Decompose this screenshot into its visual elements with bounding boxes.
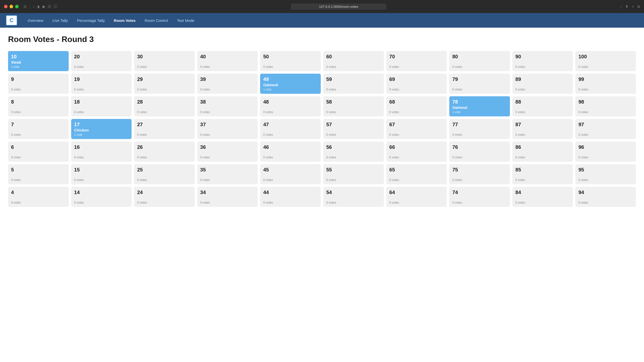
card-votes: 0 votes <box>11 88 66 91</box>
card-votes: 0 votes <box>137 178 192 182</box>
card-votes: 0 votes <box>74 110 129 114</box>
card-number: 46 <box>263 144 318 150</box>
card-number: 27 <box>137 121 192 127</box>
address-bar[interactable]: 127.0.0.1:5000/room-votes <box>291 4 386 10</box>
card-votes: 0 votes <box>452 65 507 69</box>
card-number: 70 <box>389 54 444 60</box>
card-number: 29 <box>137 76 192 82</box>
download-icon[interactable]: ↓ <box>620 5 622 9</box>
votes-grid: 10Steak1 vote200 votes300 votes400 votes… <box>8 51 636 207</box>
card-number: 77 <box>452 121 507 127</box>
nav-room-control[interactable]: Room Control <box>140 16 173 25</box>
card-number: 25 <box>137 167 192 173</box>
vote-card: 190 votes <box>71 74 132 94</box>
code-icon: ⟨/⟩ <box>48 5 51 9</box>
card-number: 10 <box>11 54 66 60</box>
card-number: 100 <box>578 54 633 60</box>
card-number: 30 <box>137 54 192 60</box>
card-number: 49 <box>263 76 318 82</box>
vote-card: 690 votes <box>386 74 447 94</box>
card-votes: 0 votes <box>74 88 129 91</box>
maximize-button[interactable] <box>15 5 19 8</box>
card-number: 14 <box>74 189 129 195</box>
vote-card: 840 votes <box>512 187 573 207</box>
nav-room-votes[interactable]: Room Votes <box>109 16 140 25</box>
back-icon[interactable]: ‹ <box>29 5 30 9</box>
vote-card: 140 votes <box>71 187 132 207</box>
card-number: 57 <box>326 121 381 127</box>
privacy-icon: ⓘ <box>54 4 57 9</box>
card-votes: 0 votes <box>263 133 318 137</box>
card-votes: 0 votes <box>74 201 129 204</box>
card-number: 26 <box>137 144 192 150</box>
card-number: 7 <box>11 121 66 127</box>
card-votes: 0 votes <box>263 65 318 69</box>
card-number: 64 <box>389 189 444 195</box>
card-votes: 0 votes <box>578 156 633 159</box>
card-votes: 0 votes <box>578 178 633 182</box>
vote-card: 290 votes <box>134 74 195 94</box>
card-number: 59 <box>326 76 381 82</box>
vote-card: 540 votes <box>323 187 384 207</box>
nav-percentage-tally[interactable]: Percentage Tally <box>72 16 109 25</box>
vote-card: 590 votes <box>323 74 384 94</box>
card-number: 69 <box>389 76 444 82</box>
card-number: 9 <box>11 76 66 82</box>
vote-card: 390 votes <box>197 74 258 94</box>
card-number: 56 <box>326 144 381 150</box>
nav-test-mode[interactable]: Test Mode <box>173 16 199 25</box>
sidebar-toggle-icon[interactable]: ⊡ <box>24 5 27 9</box>
vote-card: 980 votes <box>575 96 636 116</box>
vote-card: 990 votes <box>575 74 636 94</box>
card-votes: 0 votes <box>263 178 318 182</box>
card-votes: 0 votes <box>200 201 255 204</box>
tabs-icon[interactable]: ⧉ <box>637 5 640 9</box>
card-votes: 0 votes <box>389 201 444 204</box>
card-number: 76 <box>452 144 507 150</box>
nav-overview[interactable]: Overview <box>23 16 48 25</box>
card-votes: 0 votes <box>137 110 192 114</box>
card-number: 79 <box>452 76 507 82</box>
nav-live-tally[interactable]: Live Tally <box>48 16 72 25</box>
card-number: 54 <box>326 189 381 195</box>
card-number: 17 <box>74 121 129 127</box>
vote-card: 570 votes <box>323 119 384 139</box>
vote-card: 680 votes <box>386 96 447 116</box>
card-votes: 0 votes <box>263 201 318 204</box>
card-votes: 0 votes <box>515 110 570 114</box>
card-votes: 0 votes <box>200 65 255 69</box>
card-votes: 0 votes <box>515 88 570 91</box>
card-number: 97 <box>578 121 633 127</box>
card-number: 58 <box>326 99 381 105</box>
add-tab-icon[interactable]: + <box>632 5 634 9</box>
close-button[interactable] <box>4 5 8 8</box>
vote-card: 660 votes <box>386 142 447 162</box>
forward-icon[interactable]: › <box>33 5 34 9</box>
card-votes: 0 votes <box>200 88 255 91</box>
vote-card: 300 votes <box>134 51 195 71</box>
card-number: 85 <box>515 167 570 173</box>
vote-card: 470 votes <box>260 119 321 139</box>
vote-card: 560 votes <box>323 142 384 162</box>
card-number: 96 <box>578 144 633 150</box>
card-label: Oatmeal <box>452 105 507 110</box>
card-votes: 0 votes <box>578 110 633 114</box>
vote-card: 370 votes <box>197 119 258 139</box>
card-number: 47 <box>263 121 318 127</box>
nav-logo[interactable]: C <box>6 15 17 25</box>
share-icon[interactable]: ⬆ <box>625 5 628 9</box>
card-number: 65 <box>389 167 444 173</box>
card-votes: 0 votes <box>515 65 570 69</box>
card-votes: 0 votes <box>137 201 192 204</box>
card-votes: 0 votes <box>11 178 66 182</box>
vote-card: 70 votes <box>8 119 69 139</box>
navbar: C Overview Live Tally Percentage Tally R… <box>0 13 644 28</box>
vote-card: 670 votes <box>386 119 447 139</box>
minimize-button[interactable] <box>10 5 13 8</box>
vote-card: 50 votes <box>8 164 69 184</box>
vote-card: 80 votes <box>8 96 69 116</box>
vote-card: 580 votes <box>323 96 384 116</box>
card-votes: 0 votes <box>389 65 444 69</box>
card-number: 37 <box>200 121 255 127</box>
chrome-right-icons: ↓ ⬆ + ⧉ <box>620 5 640 9</box>
